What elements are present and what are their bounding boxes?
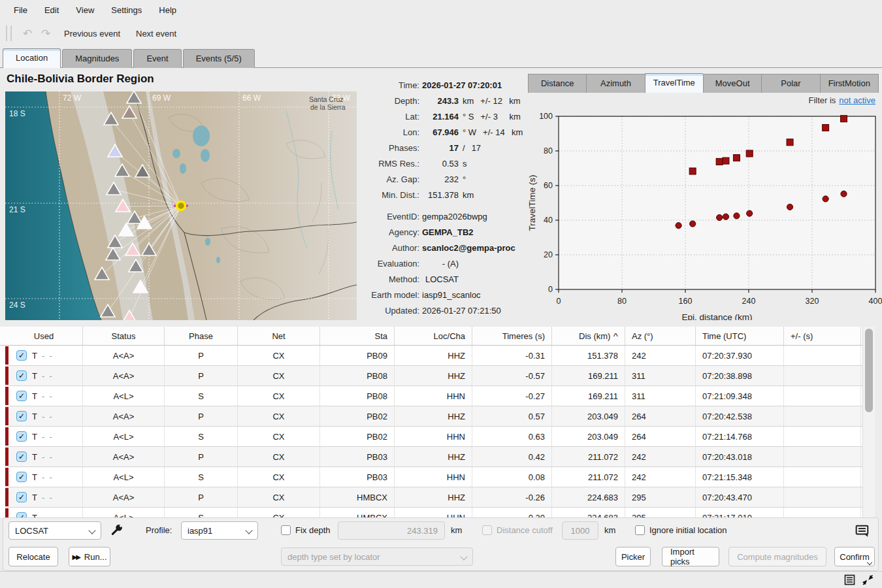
picker-button[interactable]: Picker: [615, 547, 651, 566]
cell-time: 07:20:43.470: [696, 487, 784, 507]
used-checkbox[interactable]: ✓: [16, 431, 27, 442]
data-point-S[interactable]: [823, 124, 829, 131]
used-checkbox[interactable]: ✓: [16, 391, 27, 401]
tab-distance[interactable]: Distance: [528, 74, 586, 93]
map[interactable]: 72 W69 W66 W63 W18 S21 S24 S Santa Cruz …: [5, 91, 357, 320]
tab-location[interactable]: Location: [3, 48, 61, 68]
column-header-time-utc[interactable]: Time (UTC): [696, 327, 784, 345]
table-scrollbar-thumb[interactable]: [865, 329, 873, 412]
used-checkbox[interactable]: ✓: [16, 451, 27, 462]
comment-icon[interactable]: [855, 524, 870, 538]
menu-view[interactable]: View: [69, 3, 101, 18]
origin-lat-error-unit: km: [509, 112, 520, 122]
import-picks-button[interactable]: Import picks: [662, 547, 719, 566]
tab-azimuth[interactable]: Azimuth: [586, 74, 644, 93]
column-header-sta[interactable]: Sta: [320, 327, 395, 345]
tab-magnitudes[interactable]: Magnitudes: [62, 49, 132, 68]
epicenter-icon[interactable]: [177, 202, 186, 210]
data-point-S[interactable]: [723, 157, 729, 164]
traveltime-plot[interactable]: 080160240320400020406080100Epi. distance…: [526, 111, 882, 320]
depth-type-select[interactable]: depth type set by locator: [281, 547, 473, 566]
column-header-timeres-s[interactable]: Timeres (s): [472, 327, 552, 345]
checkbox-box[interactable]: [281, 525, 291, 535]
toolbar-drag-handle[interactable]: [6, 25, 12, 41]
column-header-status[interactable]: Status: [83, 327, 165, 345]
table-scrollbar[interactable]: [862, 327, 875, 517]
table-row[interactable]: ✓T- -A<A>PCXPB08HHZ-0.57169.21131107:20:…: [5, 366, 862, 386]
tab-moveout[interactable]: MoveOut: [703, 74, 761, 93]
table-row[interactable]: ✓T- -A<A>PCXPB02HHZ0.57203.04926407:20:4…: [5, 406, 862, 427]
column-header-s[interactable]: +/- (s): [784, 327, 861, 345]
fix-depth-input[interactable]: 243.319: [338, 521, 445, 540]
data-point-P[interactable]: [676, 223, 681, 229]
filter-not-active-link[interactable]: not active: [839, 95, 875, 105]
event-updated: Updated:2026-01-27 07:21:50: [363, 302, 521, 318]
tab-events-5-5[interactable]: Events (5/5): [183, 49, 255, 68]
fix-depth-checkbox[interactable]: Fix depth: [281, 525, 330, 535]
data-point-S[interactable]: [716, 158, 723, 165]
data-point-S[interactable]: [733, 155, 740, 161]
table-row[interactable]: ✓T- -A<L>SCXPB08HHN-0.27169.21131107:21:…: [5, 386, 862, 406]
tab-event[interactable]: Event: [133, 49, 181, 68]
menu-help[interactable]: Help: [152, 3, 184, 18]
data-point-S[interactable]: [746, 150, 753, 157]
distance-cutoff-checkbox[interactable]: Distance cutoff: [482, 525, 553, 535]
distance-cutoff-input[interactable]: 1000: [562, 521, 598, 540]
run-button[interactable]: ▶▶ Run...: [69, 547, 110, 566]
data-point-S[interactable]: [787, 139, 793, 146]
residual-color-bar: [5, 468, 8, 486]
column-header-phase[interactable]: Phase: [165, 327, 238, 345]
locator-settings-wrench-icon[interactable]: [110, 523, 124, 539]
tab-firstmotion[interactable]: FirstMotion: [820, 74, 879, 93]
connection-status-icon[interactable]: [862, 574, 874, 586]
redo-icon[interactable]: ↷: [37, 27, 55, 41]
used-checkbox[interactable]: ✓: [16, 411, 27, 421]
data-point-S[interactable]: [689, 168, 696, 174]
data-point-P[interactable]: [734, 213, 740, 219]
log-console-icon[interactable]: [844, 574, 855, 585]
previous-event-button[interactable]: Previous event: [57, 25, 127, 42]
profile-select[interactable]: iasp91: [181, 521, 258, 540]
data-point-P[interactable]: [690, 221, 696, 227]
data-point-P[interactable]: [841, 191, 847, 197]
menu-settings[interactable]: Settings: [104, 3, 149, 18]
column-header-used[interactable]: Used: [5, 327, 83, 345]
compute-magnitudes-button[interactable]: Compute magnitudes: [728, 547, 826, 566]
menu-file[interactable]: File: [7, 3, 35, 18]
table-row[interactable]: ✓T- -A<A>PCXHMBCXHHZ-0.26224.68329507:20…: [5, 487, 862, 508]
confirm-button[interactable]: Confirm: [834, 547, 875, 566]
table-row[interactable]: ✓T- -A<A>PCXPB03HHZ0.42211.07224207:20:4…: [5, 447, 862, 467]
data-point-P[interactable]: [823, 196, 828, 202]
column-header-az[interactable]: Az (°): [625, 327, 696, 345]
column-header-dis-km[interactable]: Dis (km)^: [552, 327, 625, 345]
used-checkbox[interactable]: ✓: [16, 350, 27, 361]
table-row[interactable]: ✓T- -A<A>PCXPB09HHZ-0.31151.37824207:20:…: [5, 346, 862, 366]
table-row[interactable]: ✓T- -A<L>SCXHMBCXHHN-0.30224.68329507:21…: [5, 508, 862, 517]
data-point-S[interactable]: [841, 116, 847, 122]
table-row[interactable]: ✓T- -A<L>SCXPB03HHN0.08211.07224207:21:1…: [5, 467, 862, 487]
used-checkbox[interactable]: ✓: [16, 472, 27, 482]
table-row[interactable]: ✓T- -A<L>SCXPB02HHN0.63203.04926407:21:1…: [5, 427, 862, 447]
data-point-P[interactable]: [723, 214, 728, 220]
checkbox-box[interactable]: [482, 525, 492, 535]
next-event-button[interactable]: Next event: [129, 25, 183, 42]
column-header-loc-cha[interactable]: Loc/Cha: [395, 327, 472, 345]
used-checkbox[interactable]: ✓: [16, 512, 27, 517]
cell-timeres: -0.30: [472, 508, 552, 517]
menu-edit[interactable]: Edit: [37, 3, 66, 18]
used-checkbox[interactable]: ✓: [16, 370, 27, 381]
data-point-P[interactable]: [787, 204, 792, 210]
relocate-button[interactable]: Relocate: [8, 547, 58, 566]
used-checkbox[interactable]: ✓: [16, 492, 27, 502]
cell-cha: HHZ: [395, 447, 472, 466]
data-point-P[interactable]: [747, 210, 753, 216]
locator-select[interactable]: LOCSAT: [8, 521, 101, 540]
checkbox-box[interactable]: [635, 525, 645, 535]
data-point-P[interactable]: [717, 214, 723, 220]
ignore-initial-location-checkbox[interactable]: Ignore initial location: [635, 525, 727, 535]
column-header-net[interactable]: Net: [238, 327, 320, 345]
arrivals-table[interactable]: UsedStatusPhaseNetStaLoc/ChaTimeres (s)D…: [0, 327, 862, 517]
tab-traveltime[interactable]: TravelTime: [645, 73, 703, 93]
undo-icon[interactable]: ↶: [18, 27, 37, 41]
tab-polar[interactable]: Polar: [761, 74, 819, 93]
